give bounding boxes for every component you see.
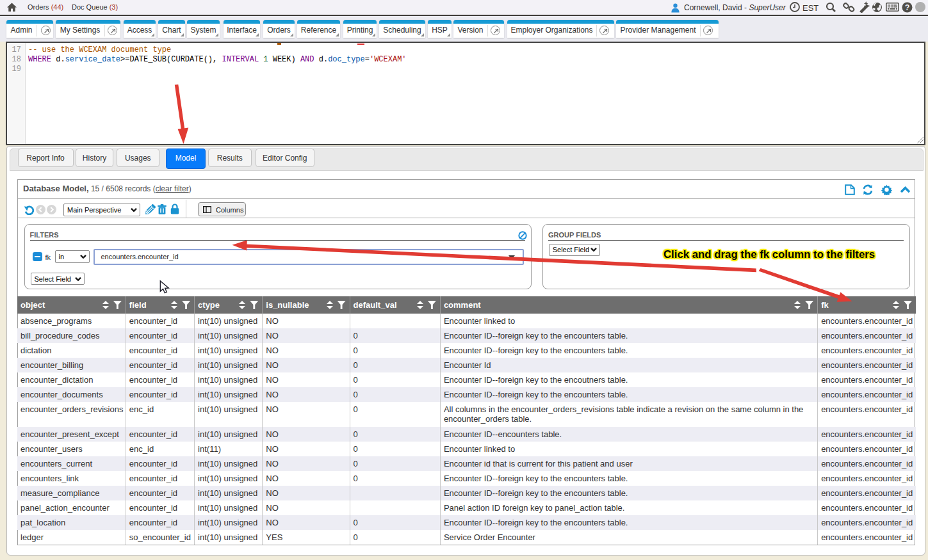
svg-text:?: ? [905, 3, 910, 12]
